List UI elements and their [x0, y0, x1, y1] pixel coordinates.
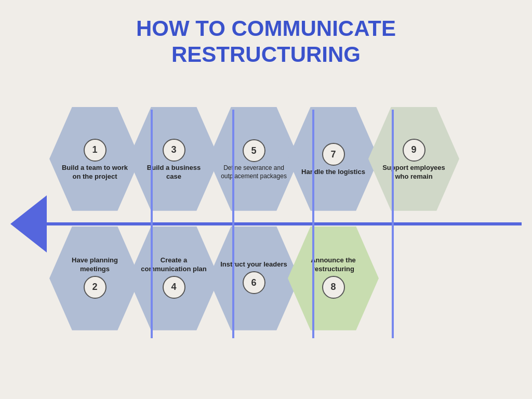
step-number-7: 7 [322, 143, 345, 166]
step-number-6: 6 [243, 271, 265, 294]
step-number-8: 8 [322, 276, 345, 299]
hex-step-6: Instruct your leaders 6 [208, 227, 299, 330]
step-label-1: Build a team to work on the project [61, 164, 129, 181]
hex-step-2: Have planning meetings 2 [49, 227, 140, 330]
step-label-7: Handle the logistics [301, 168, 365, 177]
step-label-3: Build a business case [140, 164, 208, 181]
hex-step-7: 7 Handle the logistics [288, 107, 379, 211]
hex-step-9: 9 Support employees who remain [368, 107, 459, 211]
hex-step-8: Announce the restructuring 8 [288, 227, 379, 330]
page-title: HOW TO COMMUNICATE RESTRUCTURING [0, 0, 532, 73]
hex-step-1: 1 Build a team to work on the project [49, 107, 140, 211]
title-line2: RESTRUCTURING [171, 42, 361, 66]
title-line1: HOW TO COMMUNICATE [136, 16, 396, 41]
arrow-left [10, 195, 47, 252]
step-number-9: 9 [403, 139, 425, 162]
step-label-9: Support employees who remain [380, 164, 448, 181]
horizontal-line [31, 222, 522, 225]
hex-step-4: Create a communication plan 4 [128, 227, 219, 330]
divider-1 [151, 110, 153, 338]
hex-step-5: 5 Define severance and outplacement pack… [208, 107, 299, 211]
diagram-area: 1 Build a team to work on the project Ha… [0, 78, 532, 369]
step-number-3: 3 [163, 139, 185, 162]
divider-2 [232, 110, 234, 338]
step-number-1: 1 [84, 139, 107, 162]
step-label-8: Announce the restructuring [300, 256, 367, 274]
step-number-4: 4 [163, 276, 185, 299]
step-number-5: 5 [243, 139, 265, 162]
step-label-6: Instruct your leaders [220, 260, 287, 269]
step-label-5: Define severance and outplacement packag… [220, 164, 288, 180]
step-label-2: Have planning meetings [61, 256, 129, 274]
divider-3 [312, 110, 314, 338]
step-number-2: 2 [84, 276, 107, 299]
hex-step-3: 3 Build a business case [128, 107, 219, 211]
divider-4 [392, 110, 394, 338]
step-label-4: Create a communication plan [140, 256, 208, 274]
